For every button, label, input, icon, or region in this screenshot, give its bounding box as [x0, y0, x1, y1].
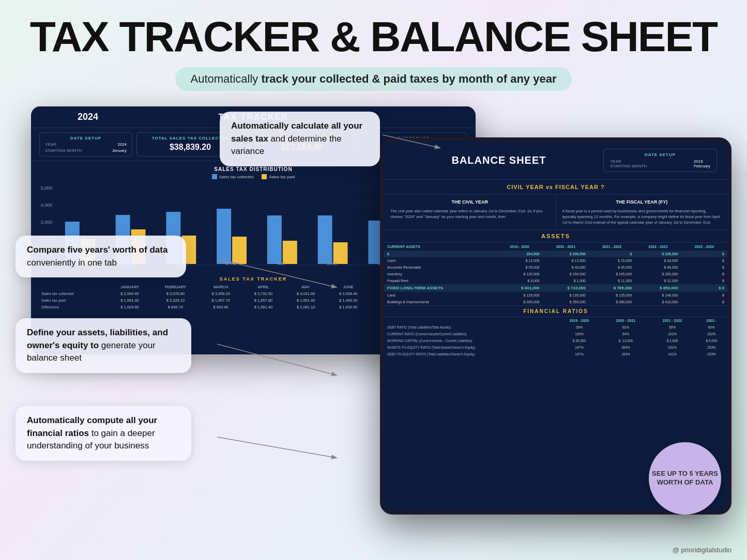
table-row: $204,500$ 208,500$$ 228,000$ — [384, 251, 727, 257]
svg-text:JUNE: JUNE — [327, 261, 338, 266]
svg-text:5,000: 5,000 — [41, 185, 52, 191]
svg-rect-25 — [283, 241, 297, 264]
table-row: Cash$ 12,000$ 13,500$ 15,000$ 18,000$ — [384, 257, 727, 264]
subtitle-pill: Automatically track your collected & pai… — [175, 67, 572, 91]
svg-rect-27 — [318, 215, 332, 264]
table-row: Prepaid Rent$ 9,000$ 1,000$ 11,000$ 12,0… — [384, 277, 727, 284]
tt-year: 2024 — [41, 112, 134, 122]
ann-five-years-bold: Compare five years' worth of data — [27, 245, 167, 255]
bs-ratios-section: FINANCIAL RATIOS 2019 - 2020 2020 - 2021… — [384, 305, 727, 357]
svg-rect-22 — [232, 237, 247, 264]
bs-assets-title: ASSETS — [384, 230, 727, 243]
main-title: TAX TRACKER & BALANCE SHEET — [0, 0, 747, 58]
bs-civil-title: CIVIL YEAR vs FISCAL YEAR ? — [384, 180, 727, 195]
bs-assets-table: CURRENT ASSETS 2019 - 2020 2020 - 2021 2… — [384, 243, 727, 305]
blue-legend-dot — [212, 174, 217, 179]
yellow-legend-dot — [262, 174, 267, 179]
ann-five-years-rest: conveniently in one tab — [27, 258, 117, 268]
table-row: DEBT RATIO (Total Liabilities/Total Asse… — [384, 324, 727, 331]
footer: @ prioridigitalstudio — [673, 546, 731, 554]
tt-year-block: 2024 — [41, 112, 134, 122]
bs-header: BALANCE SHEET DATE SETUP YEAR STARTING M… — [384, 142, 727, 180]
table-row: CURRENT RATIO (Current Assets/Current Li… — [384, 331, 727, 337]
tt-date-setup: DATE SETUP YEAR 2024 STARTING MONTH Janu… — [39, 132, 132, 157]
bs-ratios-table: 2019 - 2020 2020 - 2021 2021 - 2022 2022… — [384, 317, 727, 357]
svg-text:MAY: MAY — [278, 261, 286, 266]
table-row: Inventory$ 120,000$ 150,000$ 165,000$ 20… — [384, 271, 727, 277]
bs-civil-year-col: THE CIVIL YEAR The civil year also calle… — [384, 195, 556, 229]
table-row: Buildings & Improvements$ 300,000$ 350,0… — [384, 299, 727, 305]
svg-text:4,000: 4,000 — [41, 203, 52, 208]
tt-legend-paid: Sales tax paid — [262, 174, 295, 179]
svg-rect-21 — [217, 209, 231, 264]
svg-rect-28 — [333, 242, 348, 264]
table-row: WORKING CAPITAL (Current Assets - Curren… — [384, 337, 727, 344]
annotation-assets: Define your assets, liabilities, and own… — [16, 318, 191, 373]
tt-legend-collected: Sales tax collected — [212, 174, 254, 179]
table-row: Accounts Receivable$ 35,000$ 40,000$ 45,… — [384, 264, 727, 271]
svg-text:APRIL: APRIL — [225, 261, 238, 266]
table-row: Land$ 126,000$ 130,000$ 135,000$ 148,000… — [384, 292, 727, 299]
annotation-five-years: Compare five years' worth of data conven… — [16, 236, 186, 277]
bs-fiscal-year-col: THE FISCAL YEAR (FY) A fiscal year is a … — [556, 195, 728, 229]
annotation-tax-calc: Automatically calculate all your sales t… — [220, 112, 380, 166]
bs-date-setup: DATE SETUP YEAR STARTING MONTH 2019 Febr… — [603, 149, 717, 172]
content-area: 2024 TAX TRACKER DATE SETUP YEAR 2024 ST… — [0, 106, 747, 546]
subtitle-bold: track your collected & paid taxes by mon… — [261, 72, 556, 85]
svg-line-39 — [217, 437, 336, 458]
fixed-assets-header-row: FIXED LONG-TERM ASSETS $ 601,000$ 710,00… — [384, 284, 727, 292]
bs-title: BALANCE SHEET — [394, 154, 603, 166]
bs-civil-row: THE CIVIL YEAR The civil year also calle… — [384, 195, 727, 230]
current-assets-header: CURRENT ASSETS — [384, 243, 496, 251]
annotation-ratios: Automatically compute all your financial… — [16, 406, 191, 461]
years-circle: SEE UP TO 5 YEARS WORTH OF DATA — [649, 442, 721, 515]
table-row: DEBT-TO-EQUITY RATIO (Total Liabilities/… — [384, 351, 727, 357]
svg-rect-24 — [267, 215, 282, 264]
svg-text:3,000: 3,000 — [41, 220, 52, 225]
table-row: ASSETS-TO-EQUITY RATIO (Total Assets/Own… — [384, 344, 727, 351]
bs-ratios-title: FINANCIAL RATIOS — [384, 306, 727, 317]
subtitle-bar: Automatically track your collected & pai… — [0, 67, 747, 91]
